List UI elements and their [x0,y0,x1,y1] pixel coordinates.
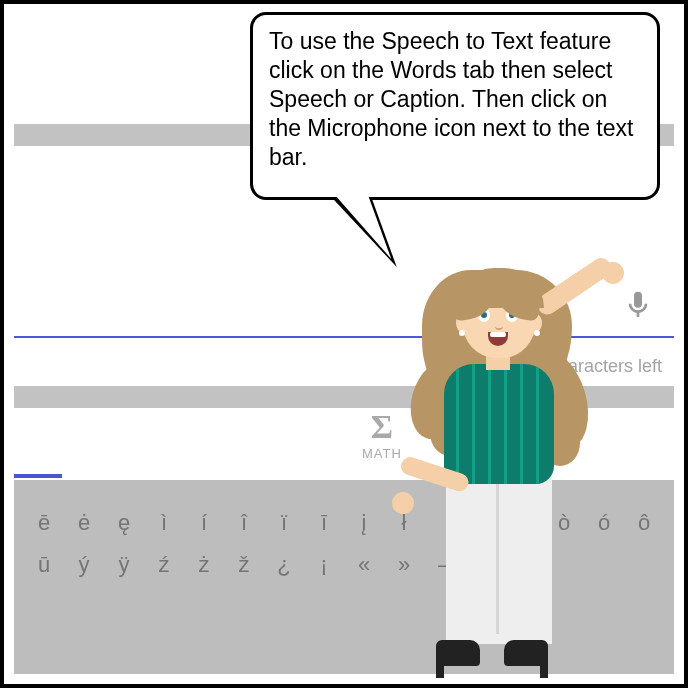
key[interactable]: ¿ [264,552,304,578]
speech-bubble: To use the Speech to Text feature click … [250,12,660,200]
key[interactable]: ž [224,552,264,578]
key[interactable]: ē [24,510,64,536]
avatar-hand-out [392,492,414,514]
avatar-heel [436,662,444,678]
comic-frame: aracters left Σ MATH ē ė ę ì í î ï ī į ł… [0,0,688,688]
key[interactable]: ì [144,510,184,536]
key[interactable]: ï [264,510,304,536]
key[interactable]: ū [24,552,64,578]
speech-bubble-text: To use the Speech to Text feature click … [269,27,641,172]
key[interactable]: ÿ [104,552,144,578]
avatar-earring [459,330,465,336]
avatar-earring [534,330,540,336]
key[interactable]: í [184,510,224,536]
tab-math[interactable]: Σ MATH [362,410,402,461]
key[interactable]: î [224,510,264,536]
avatar-shirt [444,364,554,484]
key[interactable]: ¡ [304,552,344,578]
math-tab-label: MATH [362,446,402,461]
key[interactable]: ī [304,510,344,536]
sigma-icon: Σ [362,410,402,444]
key[interactable]: ż [184,552,224,578]
key[interactable]: « [344,552,384,578]
key[interactable]: ý [64,552,104,578]
key[interactable]: ę [104,510,144,536]
avatar-character [404,284,634,686]
key[interactable]: į [344,510,384,536]
key[interactable]: ź [144,552,184,578]
active-tab-indicator [14,474,62,478]
avatar-pants [446,474,552,644]
key[interactable]: ė [64,510,104,536]
avatar-hand-pointing [602,262,624,284]
avatar-heel [540,662,548,678]
